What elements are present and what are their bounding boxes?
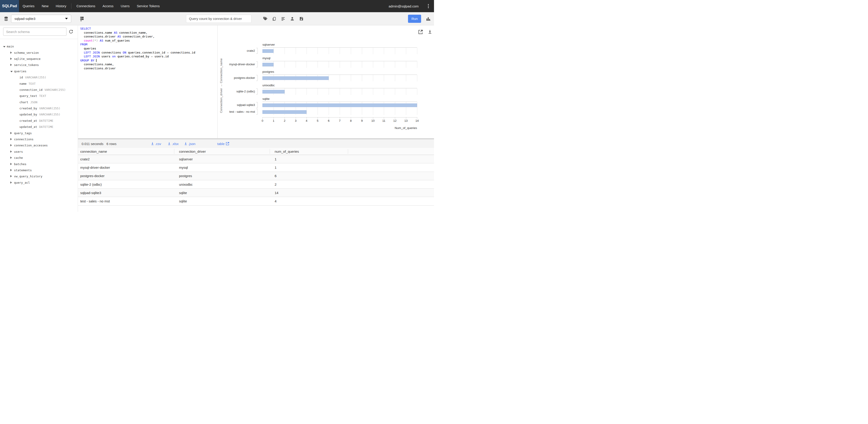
schema-tree-item-query_acl[interactable]: query_acl [0,180,78,186]
nav-item-queries[interactable]: Queries [19,0,38,12]
run-button[interactable]: Run [408,15,421,23]
caret-right-icon[interactable] [10,57,14,61]
schema-column-item[interactable]: idVARCHAR(255) [0,74,78,80]
nav-right: admin@sqlpad.com [389,0,434,12]
column-type: VARCHAR(255) [44,88,66,92]
table-row: postgres-dockerpostgres6 [78,172,434,180]
kebab-menu-icon[interactable] [426,0,430,12]
download-xlsx-link[interactable]: .xlsx [167,142,179,146]
schema-search-input[interactable] [3,28,66,36]
format-lines-icon[interactable] [280,16,286,22]
schema-tree-item-users[interactable]: users [0,149,78,155]
schema-column-item[interactable]: updated_atDATETIME [0,124,78,130]
caret-right-icon[interactable] [10,181,14,184]
caret-right-icon[interactable] [10,51,14,55]
caret-right-icon[interactable] [10,174,14,178]
schema-tree-item-connection_accesses[interactable]: connection_accesses [0,142,78,149]
bar-test - sales - no mst [262,110,307,114]
caret-right-icon[interactable] [10,150,14,153]
copy-icon[interactable] [271,16,277,22]
gridline [384,61,384,68]
axis-tick [395,117,395,119]
save-icon[interactable] [298,16,304,22]
table-row: mysql-driver-dockermysql1 [78,163,434,172]
schema-tree-item-queries[interactable]: queries [0,68,78,74]
caret-right-icon[interactable] [10,162,14,166]
sql-editor-line: queries [80,46,217,51]
column-type: DATETIME [39,125,53,129]
row-count: 6 rows [106,142,116,146]
caret-right-icon[interactable] [10,168,14,172]
schema-tree-item-main[interactable]: main [0,43,78,50]
nav-item-service-tokens[interactable]: Service Tokens [133,0,163,12]
download-icon [184,142,187,145]
sqlpad-logo[interactable]: SQLPad [0,0,19,12]
caret-down-icon[interactable] [3,45,7,48]
bar-mysql-driver-docker [262,63,274,66]
schema-tree-item-vw_query_history[interactable]: vw_query_history [0,173,78,180]
axis-tick-label: 10 [370,119,376,123]
query-name-input[interactable] [186,15,251,23]
tree-label: service_tokens [14,63,39,67]
column-resize-handle[interactable] [348,149,348,154]
nav-item-connections[interactable]: Connections [73,0,99,12]
schema-tree-item-connections[interactable]: connections [0,136,78,142]
table-cell: 1 [270,163,348,171]
axis-bracket [256,48,258,54]
tag-icon[interactable] [262,16,268,22]
nav-item-history[interactable]: History [52,0,70,12]
schema-column-item[interactable]: created_atDATETIME [0,118,78,124]
schema-tree-item-sqlite_sequence[interactable]: sqlite_sequence [0,56,78,62]
schema-tree-item-statements[interactable]: statements [0,167,78,173]
nav-item-new[interactable]: New [38,0,52,12]
facet-plot-area [262,102,417,115]
nav-item-access[interactable]: Access [99,0,117,12]
facet-plot-area [262,88,417,95]
schema-column-item[interactable]: created_byVARCHAR(255) [0,105,78,111]
schema-column-item[interactable]: nameTEXT [0,80,78,87]
schema-tree-item-query_tags[interactable]: query_tags [0,130,78,136]
schema-tree-item-cache[interactable]: cache [0,155,78,161]
schema-tree-item-schema_version[interactable]: schema_version [0,50,78,56]
open-table-link[interactable]: table [217,142,229,146]
tree-label: connections [14,137,33,141]
gridline [340,88,340,95]
axis-tick [384,117,384,119]
gridline [384,48,384,54]
gridline [351,61,351,68]
schema-column-item[interactable]: updated_byVARCHAR(255) [0,111,78,118]
facet-plot-area [262,47,417,54]
axis-tick-label: 4 [303,119,310,123]
schema-column-item[interactable]: chartJSON [0,99,78,105]
schema-column-item[interactable]: connection_idVARCHAR(255) [0,87,78,93]
gridline [384,88,384,95]
user-icon[interactable] [289,16,295,22]
caret-down-icon[interactable] [10,70,14,73]
axis-tick-label: 0 [259,119,266,123]
gridline [373,88,373,95]
caret-right-icon[interactable] [10,144,14,147]
schema-tree-item-batches[interactable]: batches [0,161,78,167]
gridline [340,48,340,54]
category-label: postgres-docker [218,76,255,80]
connection-select[interactable]: sqlpad-sqlite3 [11,15,71,23]
caret-right-icon[interactable] [10,156,14,160]
download-csv-link[interactable]: .csv [151,142,161,146]
gridline [373,61,373,68]
column-type: TEXT [29,82,35,86]
tree-label: cache [14,156,23,160]
sql-editor[interactable]: SELECT connections.name AS connection_na… [78,25,217,138]
caret-right-icon[interactable] [10,63,14,67]
table-cell: unixodbc [174,180,270,188]
refresh-icon[interactable] [66,28,75,36]
caret-right-icon[interactable] [10,131,14,135]
tree-label: schema_version [14,51,39,55]
nav-item-users[interactable]: Users [117,0,133,12]
schema-tree-item-service_tokens[interactable]: service_tokens [0,62,78,68]
server-schema-icon[interactable] [79,16,85,22]
bar-chart-icon[interactable] [426,16,431,22]
caret-right-icon[interactable] [10,137,14,141]
category-label: mysql-driver-docker [218,63,255,66]
download-json-link[interactable]: .json [184,142,195,146]
schema-column-item[interactable]: query_textTEXT [0,93,78,99]
